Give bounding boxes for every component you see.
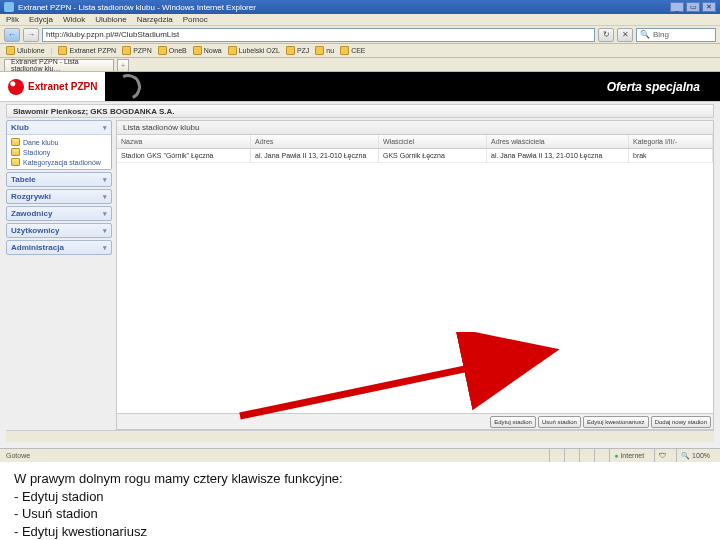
fav-link-7[interactable]: CEE <box>340 46 365 55</box>
col-category[interactable]: Kategoria I/II/- <box>629 135 713 148</box>
caption-line-2: - Edytuj stadion <box>14 488 706 506</box>
banner-text: Oferta specjalna <box>607 80 700 94</box>
back-button[interactable]: ← <box>4 28 20 42</box>
sidebar-item-stadiums[interactable]: Stadiony <box>9 147 109 157</box>
sidebar-header-admin[interactable]: Administracja▾ <box>7 241 111 254</box>
main-area: Lista stadionów klubu Nazwa Adres Właści… <box>116 120 714 430</box>
chevron-down-icon: ▾ <box>103 244 107 252</box>
sidebar-panel-club: Klub ▾ Dane klubu Stadiony Kategoryzacja… <box>6 120 112 170</box>
maximize-button[interactable]: ▭ <box>686 2 700 12</box>
star-icon <box>6 46 15 55</box>
ad-banner[interactable]: Oferta specjalna <box>105 72 720 101</box>
delete-stadium-button[interactable]: Usuń stadion <box>538 416 581 428</box>
page-content: Extranet PZPN Oferta specjalna Sławomir … <box>0 72 720 448</box>
user-info-bar: Sławomir Pieńkosz; GKS BOGDANKA S.A. <box>6 104 714 118</box>
folder-icon <box>11 138 20 146</box>
stadium-list-card: Lista stadionów klubu Nazwa Adres Właści… <box>116 120 714 430</box>
edit-stadium-button[interactable]: Edytuj stadion <box>490 416 536 428</box>
shield-icon: 🛡 <box>659 452 666 459</box>
menu-favorites[interactable]: Ulubione <box>95 15 127 24</box>
globe-icon: ● <box>614 452 618 459</box>
sidebar-panel-users: Użytkownicy▾ <box>6 223 112 238</box>
col-name[interactable]: Nazwa <box>117 135 251 148</box>
horizontal-scrollbar[interactable] <box>6 430 714 442</box>
add-stadium-button[interactable]: Dodaj nowy stadion <box>651 416 711 428</box>
minimize-button[interactable]: _ <box>670 2 684 12</box>
cell-name: Stadion GKS "Górnik" Łęczna <box>117 149 251 162</box>
menu-tools[interactable]: Narzędzia <box>137 15 173 24</box>
status-bar: Gotowe ● Internet 🛡 🔍 100% <box>0 448 720 462</box>
cell-owner-address: al. Jana Pawła II 13, 21-010 Łęczna <box>487 149 629 162</box>
sidebar-header-club[interactable]: Klub ▾ <box>7 121 111 134</box>
refresh-button[interactable]: ↻ <box>598 28 614 42</box>
close-button[interactable]: ✕ <box>702 2 716 12</box>
protected-mode: 🛡 <box>654 449 670 462</box>
sidebar-header-competitions[interactable]: Rozgrywki▾ <box>7 190 111 203</box>
action-bar: Edytuj stadion Usuń stadion Edytuj kwest… <box>117 413 713 429</box>
brand-name: Extranet PZPN <box>28 81 97 92</box>
table-row[interactable]: Stadion GKS "Górnik" Łęczna al. Jana Paw… <box>117 149 713 163</box>
ie-favicon <box>4 2 14 12</box>
sidebar-header-users[interactable]: Użytkownicy▾ <box>7 224 111 237</box>
address-bar: ← → http://kluby.pzpn.pl/#/ClubStadiumLi… <box>0 26 720 44</box>
caption-line-1: W prawym dolnym rogu mamy cztery klawisz… <box>14 470 706 488</box>
page-header: Extranet PZPN Oferta specjalna <box>0 72 720 102</box>
caption-line-4: - Edytuj kwestionariusz <box>14 523 706 540</box>
sidebar-panel-players: Zawodnicy▾ <box>6 206 112 221</box>
menubar: Plik Edycja Widok Ulubione Narzędzia Pom… <box>0 14 720 26</box>
cell-address: al. Jana Pawła II 13, 21-010 Łęczna <box>251 149 379 162</box>
search-placeholder: Bing <box>653 30 669 39</box>
folder-icon <box>11 158 20 166</box>
url-field[interactable]: http://kluby.pzpn.pl/#/ClubStadiumList <box>42 28 595 42</box>
window-titlebar: Extranet PZPN - Lista stadionów klubu - … <box>0 0 720 14</box>
stop-button[interactable]: ✕ <box>617 28 633 42</box>
menu-help[interactable]: Pomoc <box>183 15 208 24</box>
forward-button[interactable]: → <box>23 28 39 42</box>
grid-header: Nazwa Adres Właściciel Adres właściciela… <box>117 135 713 149</box>
sidebar: Klub ▾ Dane klubu Stadiony Kategoryzacja… <box>6 120 112 430</box>
sidebar-panel-admin: Administracja▾ <box>6 240 112 255</box>
grid-body <box>117 163 713 413</box>
chevron-down-icon: ▾ <box>103 124 107 132</box>
fav-link-0[interactable]: Extranet PZPN <box>58 46 116 55</box>
menu-view[interactable]: Widok <box>63 15 85 24</box>
chevron-down-icon: ▾ <box>103 210 107 218</box>
status-text: Gotowe <box>6 452 30 459</box>
edit-questionnaire-button[interactable]: Edytuj kwestionariusz <box>583 416 649 428</box>
sidebar-panel-tables: Tabele▾ <box>6 172 112 187</box>
chevron-down-icon: ▾ <box>103 193 107 201</box>
cell-category: brak <box>629 149 713 162</box>
fav-link-6[interactable]: nu <box>315 46 334 55</box>
search-box[interactable]: 🔍 Bing <box>636 28 716 42</box>
menu-edit[interactable]: Edycja <box>29 15 53 24</box>
sidebar-header-tables[interactable]: Tabele▾ <box>7 173 111 186</box>
fav-link-3[interactable]: Nowa <box>193 46 222 55</box>
sidebar-item-club-data[interactable]: Dane klubu <box>9 137 109 147</box>
list-title: Lista stadionów klubu <box>117 121 713 135</box>
fav-link-5[interactable]: PZJ <box>286 46 309 55</box>
fav-link-4[interactable]: Lubelski OZL <box>228 46 280 55</box>
sidebar-header-players[interactable]: Zawodnicy▾ <box>7 207 111 220</box>
menu-file[interactable]: Plik <box>6 15 19 24</box>
sidebar-item-categorization[interactable]: Kategoryzacja stadionów <box>9 157 109 167</box>
col-owner[interactable]: Właściciel <box>379 135 487 148</box>
slide-caption: W prawym dolnym rogu mamy cztery klawisz… <box>0 462 720 540</box>
favorites-button[interactable]: Ulubione <box>6 46 45 55</box>
zoom-level[interactable]: 🔍 100% <box>676 449 714 462</box>
chevron-down-icon: ▾ <box>103 227 107 235</box>
tab-bar: Extranet PZPN - Lista stadionów klu… + <box>0 58 720 72</box>
window-title: Extranet PZPN - Lista stadionów klubu - … <box>18 3 256 12</box>
col-address[interactable]: Adres <box>251 135 379 148</box>
new-tab-button[interactable]: + <box>117 59 129 71</box>
pzpn-logo-icon <box>8 79 24 95</box>
sidebar-panel-competitions: Rozgrywki▾ <box>6 189 112 204</box>
cell-owner: GKS Górnik Łęczna <box>379 149 487 162</box>
fav-link-1[interactable]: PZPN <box>122 46 152 55</box>
tab-page[interactable]: Extranet PZPN - Lista stadionów klu… <box>4 59 114 71</box>
zoom-icon: 🔍 <box>681 452 690 460</box>
chevron-down-icon: ▾ <box>103 176 107 184</box>
search-icon: 🔍 <box>640 30 650 39</box>
folder-icon <box>11 148 20 156</box>
fav-link-2[interactable]: OneB <box>158 46 187 55</box>
col-owner-address[interactable]: Adres właściciela <box>487 135 629 148</box>
